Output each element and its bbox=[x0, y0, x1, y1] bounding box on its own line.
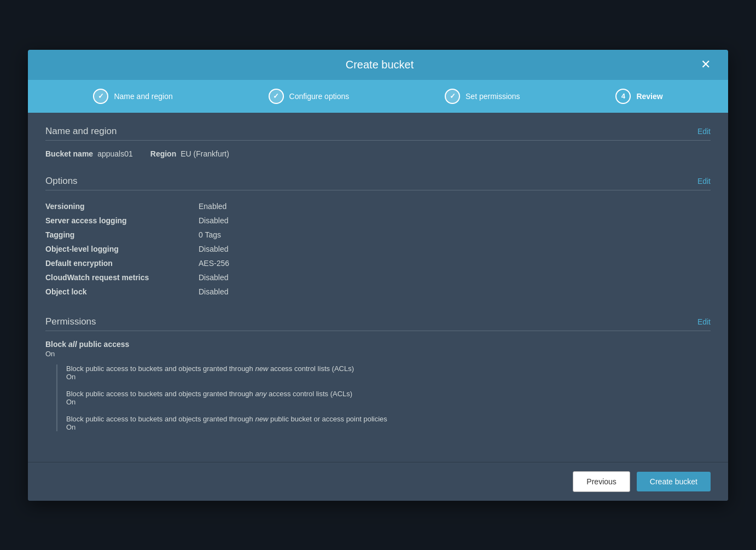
options-value-3: Disabled bbox=[199, 242, 711, 256]
permissions-section-header: Permissions Edit bbox=[45, 316, 711, 327]
modal-footer: Previous Create bucket bbox=[28, 462, 728, 501]
options-label-4: Default encryption bbox=[45, 256, 199, 270]
modal-title: Create bucket bbox=[63, 50, 696, 80]
options-row-6: Object lockDisabled bbox=[45, 285, 711, 299]
bucket-name-item: Bucket name appuals01 bbox=[45, 149, 133, 158]
name-region-info-row: Bucket name appuals01 Region EU (Frankfu… bbox=[45, 149, 711, 158]
sub-blocks-container: Block public access to buckets and objec… bbox=[56, 364, 711, 431]
step-configure-options: ✓ Configure options bbox=[269, 89, 350, 104]
options-label-5: CloudWatch request metrics bbox=[45, 270, 199, 285]
sub-block-2: Block public access to buckets and objec… bbox=[66, 390, 711, 406]
modal-overlay: Create bucket ✕ ✓ Name and region ✓ Conf… bbox=[0, 0, 756, 550]
sub-block-3: Block public access to buckets and objec… bbox=[66, 415, 711, 431]
sub-block-2-label: Block public access to buckets and objec… bbox=[66, 390, 711, 398]
sub-block-1: Block public access to buckets and objec… bbox=[66, 364, 711, 381]
options-row-1: Server access loggingDisabled bbox=[45, 213, 711, 228]
options-value-1: Disabled bbox=[199, 213, 711, 228]
permissions-section: Permissions Edit Block all public access… bbox=[28, 308, 728, 449]
create-bucket-button[interactable]: Create bucket bbox=[637, 472, 711, 491]
previous-button[interactable]: Previous bbox=[573, 471, 630, 492]
block-all-status: On bbox=[45, 350, 711, 358]
options-edit-link[interactable]: Edit bbox=[697, 177, 711, 186]
name-region-title: Name and region bbox=[45, 126, 117, 137]
options-value-0: Enabled bbox=[199, 199, 711, 213]
permissions-edit-link[interactable]: Edit bbox=[697, 317, 711, 326]
sub-block-3-label: Block public access to buckets and objec… bbox=[66, 415, 711, 423]
create-bucket-modal: Create bucket ✕ ✓ Name and region ✓ Conf… bbox=[28, 50, 728, 501]
name-region-section-header: Name and region Edit bbox=[45, 126, 711, 137]
options-label-2: Tagging bbox=[45, 228, 199, 242]
region-item: Region EU (Frankfurt) bbox=[150, 149, 229, 158]
options-section-header: Options Edit bbox=[45, 176, 711, 187]
name-region-edit-link[interactable]: Edit bbox=[697, 127, 711, 136]
options-table: VersioningEnabledServer access loggingDi… bbox=[45, 199, 711, 299]
step-icon-configure-options: ✓ bbox=[269, 89, 284, 104]
options-label-6: Object lock bbox=[45, 285, 199, 299]
options-value-5: Disabled bbox=[199, 270, 711, 285]
options-divider bbox=[45, 190, 711, 190]
name-region-section: Name and region Edit Bucket name appuals… bbox=[28, 113, 728, 167]
options-row-0: VersioningEnabled bbox=[45, 199, 711, 213]
step-label-configure-options: Configure options bbox=[289, 92, 350, 101]
options-section: Options Edit VersioningEnabledServer acc… bbox=[28, 167, 728, 308]
permissions-title: Permissions bbox=[45, 316, 96, 327]
body-spacer bbox=[28, 449, 728, 462]
modal-header: Create bucket ✕ bbox=[28, 50, 728, 80]
step-set-permissions: ✓ Set permissions bbox=[445, 89, 520, 104]
options-row-5: CloudWatch request metricsDisabled bbox=[45, 270, 711, 285]
step-icon-review: 4 bbox=[615, 89, 631, 104]
step-icon-name-region: ✓ bbox=[93, 89, 108, 104]
options-row-2: Tagging0 Tags bbox=[45, 228, 711, 242]
options-label-1: Server access logging bbox=[45, 213, 199, 228]
wizard-steps: ✓ Name and region ✓ Configure options ✓ … bbox=[28, 80, 728, 113]
step-label-review: Review bbox=[636, 92, 662, 101]
options-value-4: AES-256 bbox=[199, 256, 711, 270]
region-label: Region bbox=[150, 149, 176, 158]
step-review: 4 Review bbox=[615, 89, 662, 104]
name-region-divider bbox=[45, 140, 711, 141]
close-button[interactable]: ✕ bbox=[696, 54, 715, 75]
region-value: EU (Frankfurt) bbox=[181, 149, 229, 158]
sub-block-3-status: On bbox=[66, 423, 711, 431]
options-value-2: 0 Tags bbox=[199, 228, 711, 242]
options-label-0: Versioning bbox=[45, 199, 199, 213]
sub-block-2-status: On bbox=[66, 398, 711, 406]
permissions-divider bbox=[45, 331, 711, 331]
options-row-4: Default encryptionAES-256 bbox=[45, 256, 711, 270]
block-all-label: Block all public access bbox=[45, 340, 711, 349]
modal-body: Name and region Edit Bucket name appuals… bbox=[28, 113, 728, 462]
step-name-region: ✓ Name and region bbox=[93, 89, 172, 104]
bucket-name-value: appuals01 bbox=[97, 149, 133, 158]
options-title: Options bbox=[45, 176, 78, 187]
bucket-name-label: Bucket name bbox=[45, 149, 93, 158]
sub-block-1-status: On bbox=[66, 373, 711, 381]
step-label-set-permissions: Set permissions bbox=[466, 92, 520, 101]
options-row-3: Object-level loggingDisabled bbox=[45, 242, 711, 256]
options-label-3: Object-level logging bbox=[45, 242, 199, 256]
step-label-name-region: Name and region bbox=[114, 92, 172, 101]
step-icon-set-permissions: ✓ bbox=[445, 89, 460, 104]
options-value-6: Disabled bbox=[199, 285, 711, 299]
sub-block-1-label: Block public access to buckets and objec… bbox=[66, 364, 711, 373]
